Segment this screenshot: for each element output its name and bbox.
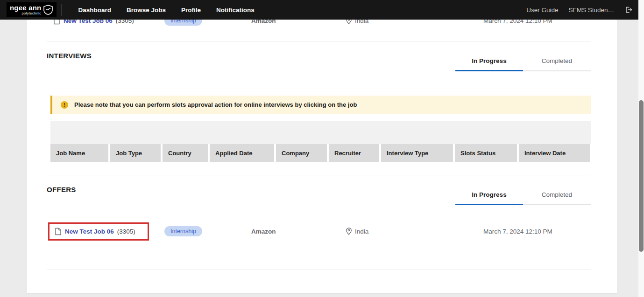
country-cell: India — [346, 228, 483, 235]
nav-notifications[interactable]: Notifications — [216, 7, 255, 14]
nav-account-name[interactable]: SFMS Studen… — [568, 7, 614, 14]
np-emblem-icon — [43, 5, 53, 15]
job-type-badge: Internship — [164, 226, 202, 236]
nav-profile[interactable]: Profile — [181, 7, 201, 14]
job-id: (3305) — [117, 228, 135, 235]
column-country: Country — [163, 144, 208, 162]
top-navbar: ngee ann polytechnic Dashboard Browse Jo… — [0, 0, 638, 20]
offer-row[interactable]: New Test Job 06 (3305) Internship Amazon… — [47, 221, 591, 242]
navbar-right: User Guide SFMS Studen… — [526, 6, 633, 14]
offers-tabs: In Progress Completed — [455, 190, 591, 205]
slots-approval-notice: ! Please note that you can perform slots… — [50, 96, 591, 114]
nav-user-guide[interactable]: User Guide — [526, 7, 558, 14]
scrollbar-thumb[interactable] — [639, 100, 644, 252]
logo-text-primary: ngee ann — [10, 4, 41, 11]
country-name: India — [355, 228, 368, 235]
logo-text: ngee ann polytechnic — [10, 4, 41, 15]
offers-title: OFFERS — [47, 185, 76, 193]
location-pin-icon — [346, 228, 352, 235]
offer-date: March 7, 2024 12:10 PM — [483, 228, 591, 235]
interviews-table-header: Job Name Job Type Country Applied Date C… — [50, 144, 591, 162]
logo-text-secondary: polytechnic — [22, 12, 42, 15]
offers-header: OFFERS In Progress Completed — [47, 185, 591, 205]
column-company: Company — [276, 144, 327, 162]
ngee-ann-logo[interactable]: ngee ann polytechnic — [7, 2, 57, 17]
document-icon — [55, 228, 62, 235]
section-divider — [47, 175, 591, 175]
logout-icon[interactable] — [624, 6, 633, 14]
interviews-tabs: In Progress Completed — [455, 56, 591, 71]
navbar-divider — [61, 4, 62, 16]
column-job-name: Job Name — [50, 144, 108, 162]
highlighted-job-name-cell[interactable]: New Test Job 06 (3305) — [48, 222, 149, 241]
column-slots-status: Slots Status — [455, 144, 517, 162]
section-divider — [47, 41, 591, 41]
tab-in-progress[interactable]: In Progress — [455, 190, 523, 205]
warning-icon: ! — [61, 101, 68, 109]
nav-browse-jobs[interactable]: Browse Jobs — [127, 7, 166, 14]
interviews-table-toolbar — [50, 121, 591, 144]
job-name-link[interactable]: New Test Job 06 — [65, 228, 114, 235]
column-recruiter: Recruiter — [329, 144, 379, 162]
nav-dashboard[interactable]: Dashboard — [78, 7, 111, 14]
section-divider — [47, 269, 591, 269]
notice-text: Please note that you can perform slots a… — [74, 101, 357, 108]
tab-in-progress[interactable]: In Progress — [455, 56, 523, 71]
tab-completed[interactable]: Completed — [523, 56, 591, 71]
tab-completed[interactable]: Completed — [523, 190, 591, 205]
interviews-header: INTERVIEWS In Progress Completed — [47, 51, 591, 71]
column-job-type: Job Type — [110, 144, 161, 162]
interviews-title: INTERVIEWS — [47, 51, 92, 60]
column-interview-type: Interview Type — [381, 144, 453, 162]
main-content-card: New Test Job 06 (3305) Internship Amazon… — [27, 0, 617, 293]
navbar-links: Dashboard Browse Jobs Profile Notificati… — [78, 7, 254, 14]
column-applied-date: Applied Date — [210, 144, 274, 162]
company-name: Amazon — [251, 228, 346, 235]
column-interview-date: Interview Date — [519, 144, 590, 162]
page-scrollbar[interactable] — [638, 0, 644, 297]
